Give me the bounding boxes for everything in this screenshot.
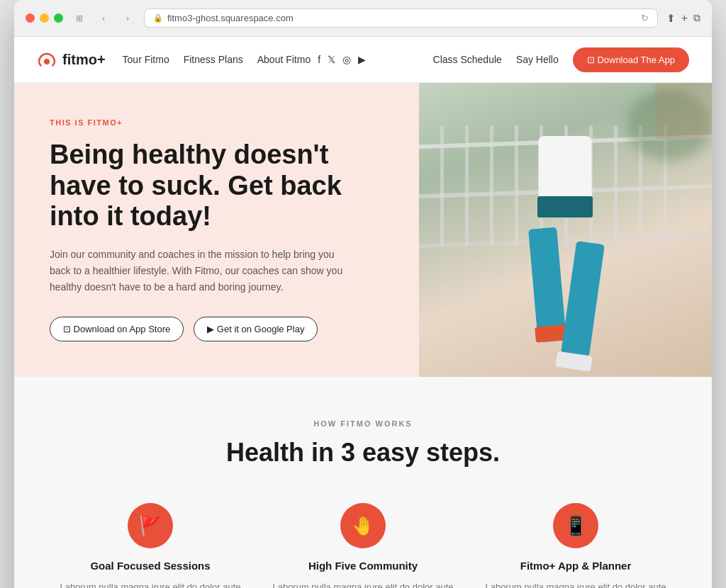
railing-container — [419, 83, 712, 377]
share-icon[interactable]: ⬆ — [666, 12, 676, 25]
browser-right-controls: ⬆ + ⧉ — [666, 12, 700, 25]
nav-about-fitmo[interactable]: About Fitmo — [257, 54, 311, 65]
baluster-1 — [440, 125, 444, 246]
hero-description: Join our community and coaches in the mi… — [50, 247, 347, 295]
person-figure — [501, 136, 629, 363]
step-card-app: 📱 Fitmo+ App & Planner Laborum nulla mag… — [484, 503, 668, 588]
nav-links: Tour Fitmo Fitness Plans About Fitmo — [123, 54, 311, 65]
goal-icon: 🚩 — [139, 515, 162, 537]
app-icon-circle: 📱 — [553, 503, 598, 548]
community-icon: 🤚 — [352, 515, 374, 537]
hero-buttons: ⊡ Download on App Store ▶ Get it on Goog… — [50, 317, 384, 341]
logo-icon — [37, 52, 57, 67]
minimize-button[interactable] — [40, 13, 49, 23]
person-legs — [533, 228, 597, 349]
goal-step-desc: Laborum nulla magna irure elit do dolor … — [58, 580, 242, 588]
facebook-icon[interactable]: f — [318, 54, 320, 65]
tabs-overview-icon[interactable]: ⧉ — [693, 12, 700, 24]
shoe-right — [556, 351, 593, 372]
app-step-desc: Laborum nulla magna irure elit do dolor … — [484, 580, 668, 588]
lock-icon: 🔒 — [153, 13, 163, 23]
forward-button[interactable]: › — [120, 11, 135, 26]
community-step-desc: Laborum nulla magna irure elit do dolor … — [271, 580, 455, 588]
traffic-lights — [26, 13, 63, 23]
hero-eyebrow: THIS IS FITMO+ — [50, 118, 384, 127]
hero-title: Being healthy doesn't have to suck. Get … — [50, 140, 362, 232]
nav-tour-fitmo[interactable]: Tour Fitmo — [123, 54, 169, 65]
nav-right: Class Schedule Say Hello ⊡ Download The … — [433, 47, 689, 72]
class-schedule-link[interactable]: Class Schedule — [433, 54, 502, 65]
svg-point-0 — [44, 59, 50, 64]
sidebar-toggle-icon[interactable]: ⊞ — [72, 11, 87, 26]
app-icon: 📱 — [564, 515, 587, 537]
baluster-2 — [465, 125, 469, 246]
steps-title: Health in 3 easy steps. — [43, 438, 683, 468]
steps-eyebrow: HOW FITMO WORKS — [43, 419, 683, 428]
step-card-goal: 🚩 Goal Focused Sessions Laborum nulla ma… — [58, 503, 242, 588]
hero-section: THIS IS FITMO+ Being healthy doesn't hav… — [14, 83, 712, 377]
logo[interactable]: fitmo+ — [37, 52, 106, 68]
website: fitmo+ Tour Fitmo Fitness Plans About Fi… — [14, 37, 712, 588]
goal-icon-circle: 🚩 — [128, 503, 173, 548]
leg-right — [561, 241, 605, 357]
close-button[interactable] — [26, 13, 35, 23]
google-play-button[interactable]: ▶ Get it on Google Play — [194, 317, 318, 341]
address-bar[interactable]: 🔒 fitmo3-ghost.squarespace.com ↻ — [144, 9, 658, 28]
navbar: fitmo+ Tour Fitmo Fitness Plans About Fi… — [14, 37, 712, 83]
hero-image — [419, 83, 712, 377]
steps-cards: 🚩 Goal Focused Sessions Laborum nulla ma… — [43, 503, 683, 588]
new-tab-icon[interactable]: + — [681, 12, 688, 25]
app-step-name: Fitmo+ App & Planner — [520, 560, 632, 572]
community-icon-circle: 🤚 — [340, 503, 386, 548]
baluster-3 — [490, 125, 493, 246]
back-button[interactable]: ‹ — [96, 11, 111, 26]
goal-step-name: Goal Focused Sessions — [90, 560, 210, 572]
steps-section: HOW FITMO WORKS Health in 3 easy steps. … — [14, 377, 712, 588]
maximize-button[interactable] — [54, 13, 63, 23]
browser-chrome: ⊞ ‹ › 🔒 fitmo3-ghost.squarespace.com ↻ ⬆… — [14, 0, 712, 37]
url-text: fitmo3-ghost.squarespace.com — [167, 13, 294, 23]
reload-icon[interactable]: ↻ — [641, 13, 649, 23]
bg-building — [655, 83, 712, 140]
social-icons: f 𝕏 ◎ ▶ — [318, 54, 366, 65]
instagram-icon[interactable]: ◎ — [342, 54, 351, 65]
say-hello-link[interactable]: Say Hello — [516, 54, 559, 65]
browser-window: ⊞ ‹ › 🔒 fitmo3-ghost.squarespace.com ↻ ⬆… — [14, 0, 712, 588]
youtube-icon[interactable]: ▶ — [358, 54, 366, 65]
nav-fitness-plans[interactable]: Fitness Plans — [184, 54, 243, 65]
hero-left: THIS IS FITMO+ Being healthy doesn't hav… — [14, 83, 419, 377]
step-card-community: 🤚 High Five Community Laborum nulla magn… — [271, 503, 455, 588]
download-app-button[interactable]: ⊡ Download The App — [573, 47, 689, 72]
app-store-button[interactable]: ⊡ Download on App Store — [50, 317, 184, 341]
logo-text: fitmo+ — [62, 52, 106, 68]
twitter-icon[interactable]: 𝕏 — [328, 54, 335, 65]
person-waistband — [537, 196, 593, 217]
leg-left — [528, 227, 566, 343]
community-step-name: High Five Community — [308, 560, 418, 572]
